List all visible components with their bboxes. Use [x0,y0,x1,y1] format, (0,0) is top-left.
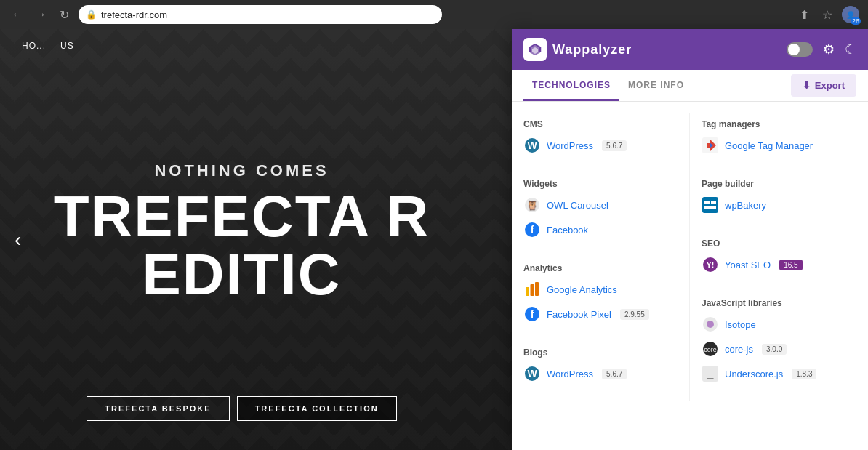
logo-svg [527,41,543,57]
trefecta-title: TREFECTA R [54,188,430,246]
facebook-widget-link[interactable]: Facebook [547,225,588,236]
svg-text:W: W [527,140,537,151]
blogs-title: Blogs [523,347,689,358]
wordpress-icon: W [523,137,541,154]
export-button[interactable]: ⬇ Export [791,74,856,97]
underscore-icon: _ [702,365,719,382]
svg-text:_: _ [707,367,715,379]
right-column: Tag managers Google Tag Manager Page bui… [690,113,856,401]
svg-text:W: W [527,368,537,379]
back-button[interactable]: ← [9,6,26,23]
page-builder-section: Page builder wpBakery [702,173,856,233]
wordpress-blog-icon: W [523,365,541,382]
svg-text:Y!: Y! [707,260,715,269]
analytics-title: Analytics [523,263,689,273]
isotope-item: Isotope [702,316,856,333]
settings-button[interactable]: ⚙ [823,41,835,57]
wordpress-blog-link[interactable]: WordPress [547,369,593,379]
page-builder-title: Page builder [702,179,856,189]
facebook-pixel-item: f Facebook Pixel 2.9.55 [523,305,689,323]
reload-button[interactable]: ↻ [55,6,73,23]
yoast-link[interactable]: Yoast SEO [725,260,771,270]
tag-managers-title: Tag managers [702,119,856,129]
facebook-pixel-version: 2.9.55 [620,309,649,320]
wordpress-item: W WordPress 5.6.7 [523,137,689,154]
collection-button[interactable]: TREFECTA COLLECTION [237,396,397,421]
corejs-icon: core [702,340,719,358]
corejs-link[interactable]: core-js [725,344,753,355]
seo-section: SEO Y! Yoast SEO 16.5 [702,233,856,292]
svg-rect-22 [704,206,716,209]
bookmark-button[interactable]: ☆ [819,6,836,23]
underscore-item: _ Underscore.js 1.8.3 [702,365,856,382]
wordpress-link[interactable]: WordPress [547,140,593,151]
svg-rect-21 [711,201,716,204]
svg-point-26 [707,321,714,328]
avatar-badge: 26 [851,17,861,25]
edition-title: EDITIC [142,246,341,304]
wappalyzer-panel: Wappalyzer ⚙ ☾ TECHNOLOGIES MORE INFO ⬇ … [512,29,868,450]
corejs-item: core core-js 3.0.0 [702,340,856,358]
wordpress-blog-version: 5.6.7 [602,369,627,379]
blogs-section: Blogs W WordPress 5.6.7 [523,342,689,401]
cms-section: CMS W WordPress 5.6.7 [523,113,689,173]
wappalyzer-name: Wappalyzer [552,42,632,57]
wappalyzer-header: Wappalyzer ⚙ ☾ [512,29,868,70]
wpbakery-link[interactable]: wpBakery [725,200,766,211]
tab-technologies[interactable]: TECHNOLOGIES [523,70,619,101]
export-label: Export [815,80,845,91]
share-button[interactable]: ⬆ [795,6,813,23]
bottom-buttons: TREFECTA BESPOKE TREFECTA COLLECTION [87,396,396,421]
tab-more-info[interactable]: MORE INFO [619,70,693,101]
browser-chrome: ← → ↻ 🔒 trefecta-rdr.com ⬆ ☆ 👤 26 [0,0,868,29]
logo-icon [523,38,547,61]
gtm-link[interactable]: Google Tag Manager [725,140,813,151]
isotope-link[interactable]: Isotope [725,319,756,330]
facebook-widget-item: f Facebook [523,221,689,238]
bespoke-button[interactable]: TREFECTA BESPOKE [87,396,229,421]
wappalyzer-content: CMS W WordPress 5.6.7 Widgets 🦉 OWL Caro… [512,102,868,450]
export-icon: ⬇ [803,80,811,91]
theme-button[interactable]: ☾ [845,41,856,57]
avatar[interactable]: 👤 26 [842,6,859,23]
cms-title: CMS [523,119,689,129]
owl-carousel-link[interactable]: OWL Carousel [547,200,608,211]
corejs-version: 3.0.0 [762,344,787,355]
isotope-icon [702,316,719,333]
seo-title: SEO [702,238,856,249]
google-analytics-item: Google Analytics [523,281,689,298]
gtm-item: Google Tag Manager [702,137,856,154]
svg-rect-10 [531,284,534,296]
svg-rect-9 [526,287,529,296]
nothing-comes-text: NOTHING COMES [154,161,329,180]
address-bar[interactable]: 🔒 trefecta-rdr.com [79,5,442,24]
widgets-title: Widgets [523,179,689,189]
yoast-version: 16.5 [779,260,802,270]
js-libraries-title: JavaScript libraries [702,298,856,308]
owl-icon: 🦉 [523,196,541,214]
svg-text:f: f [531,224,534,236]
yoast-icon: Y! [702,256,719,273]
underscore-link[interactable]: Underscore.js [725,369,783,379]
svg-text:core: core [704,346,717,353]
wpbakery-item: wpBakery [702,196,856,214]
page-content: NOTHING COMES TREFECTA R EDITIC TREFECTA… [0,29,483,450]
wappalyzer-tabs: TECHNOLOGIES MORE INFO ⬇ Export [512,70,868,102]
browser-actions: ⬆ ☆ 👤 26 [795,6,859,23]
facebook-pixel-link[interactable]: Facebook Pixel [547,309,611,320]
left-column: CMS W WordPress 5.6.7 Widgets 🦉 OWL Caro… [523,113,690,401]
toggle-switch[interactable] [787,42,813,57]
facebook-widget-icon: f [523,221,541,238]
svg-text:🦉: 🦉 [526,199,539,212]
forward-button[interactable]: → [32,6,49,23]
header-actions: ⚙ ☾ [787,41,856,57]
underscore-version: 1.8.3 [792,369,816,379]
google-analytics-link[interactable]: Google Analytics [547,284,617,295]
wappalyzer-logo: Wappalyzer [523,38,632,61]
js-libraries-section: JavaScript libraries Isotope core core-j… [702,292,856,401]
analytics-section: Analytics Google Analytics f Facebook Pi… [523,257,689,342]
url-text: trefecta-rdr.com [101,9,167,20]
wordpress-version: 5.6.7 [602,140,627,151]
svg-rect-19 [702,197,718,213]
svg-text:f: f [531,308,534,320]
